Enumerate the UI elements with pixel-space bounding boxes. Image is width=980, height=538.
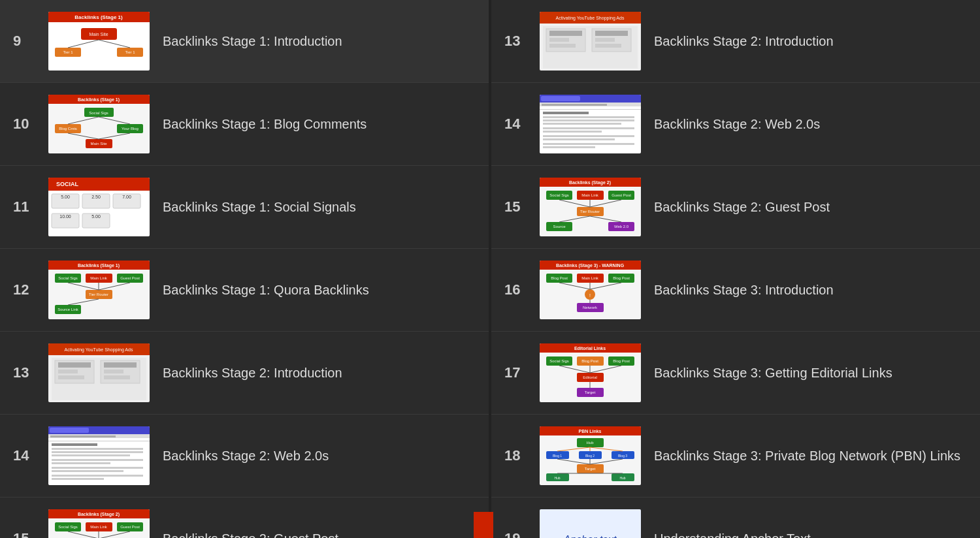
item-title: Backlinks Stage 1: Quora Backlinks xyxy=(163,281,369,299)
item-thumbnail xyxy=(540,95,641,153)
svg-rect-127 xyxy=(543,131,602,133)
svg-rect-110 xyxy=(549,38,569,42)
item-thumbnail xyxy=(48,426,150,485)
item-title: Backlinks Stage 3: Private Blog Network … xyxy=(654,447,960,465)
item-number: 14 xyxy=(504,116,531,133)
svg-rect-73 xyxy=(48,441,150,441)
item-title: Backlinks Stage 2: Guest Post xyxy=(163,530,338,538)
svg-text:Guest Post: Guest Post xyxy=(120,276,140,280)
svg-text:5.00: 5.00 xyxy=(91,214,101,219)
svg-text:Source Link: Source Link xyxy=(57,308,79,311)
svg-rect-113 xyxy=(595,31,628,36)
left-panel[interactable]: 9 Backlinks (Stage 1) Main Site Tier 1 T… xyxy=(0,0,489,538)
svg-text:Blog Post: Blog Post xyxy=(613,276,630,280)
item-thumbnail: Backlinks (Stage 1) Social Sigs Blog Cmt… xyxy=(48,95,150,153)
list-item[interactable]: 12 Backlinks (Stage 1) Social Sigs Main … xyxy=(0,249,489,332)
list-item[interactable]: 13 Activating YouTube Shopping Ads Backl… xyxy=(491,0,980,83)
svg-text:Guest Post: Guest Post xyxy=(612,193,631,197)
svg-text:Main Site: Main Site xyxy=(90,142,107,146)
svg-rect-126 xyxy=(543,127,634,129)
item-number: 15 xyxy=(13,530,39,538)
item-number: 12 xyxy=(13,281,39,298)
svg-text:Main Site: Main Site xyxy=(89,32,108,37)
svg-text:Backlinks (Stage 1): Backlinks (Stage 1) xyxy=(78,97,120,103)
svg-text:Backlinks (Stage 1): Backlinks (Stage 1) xyxy=(78,263,120,268)
item-number: 15 xyxy=(504,198,531,215)
item-thumbnail: Activating YouTube Shopping Ads xyxy=(540,12,641,71)
item-number: 13 xyxy=(13,364,39,381)
svg-text:Social Sigs: Social Sigs xyxy=(58,276,78,280)
svg-text:Backlinks (Stage 3) - WARNING: Backlinks (Stage 3) - WARNING xyxy=(556,263,625,268)
svg-text:Target: Target xyxy=(585,390,596,394)
item-number: 9 xyxy=(13,33,39,50)
list-item[interactable]: 15 Backlinks (Stage 2) Social Sigs Main … xyxy=(491,166,980,249)
svg-text:Network: Network xyxy=(583,306,598,309)
item-thumbnail: PBN Links Hub Blog 1 Blog 2 Blog 3 Targe… xyxy=(540,426,641,485)
svg-text:2.50: 2.50 xyxy=(91,195,101,199)
svg-text:Tier 1: Tier 1 xyxy=(125,50,135,54)
svg-rect-82 xyxy=(52,475,143,477)
item-thumbnail: SOCIAL 5.00 2.50 7.00 10.00 5.00 xyxy=(48,178,150,236)
svg-text:!: ! xyxy=(589,293,591,298)
list-item[interactable]: 13 Activating YouTube Shopping Ads Backl… xyxy=(0,332,489,415)
svg-rect-80 xyxy=(52,467,143,469)
svg-text:Tier Router: Tier Router xyxy=(580,210,600,214)
svg-text:Social Sigs: Social Sigs xyxy=(58,525,78,529)
item-number: 16 xyxy=(504,281,531,298)
item-title: Backlinks Stage 1: Introduction xyxy=(163,32,342,50)
svg-text:7.00: 7.00 xyxy=(122,195,131,199)
svg-rect-115 xyxy=(595,44,621,48)
item-title: Backlinks Stage 1: Blog Comments xyxy=(163,115,367,133)
item-title: Backlinks Stage 3: Getting Editorial Lin… xyxy=(654,364,892,382)
svg-text:Main Link: Main Link xyxy=(581,276,599,280)
svg-text:Blog Post: Blog Post xyxy=(613,359,630,363)
item-thumbnail: Activating YouTube Shopping Ads xyxy=(48,343,150,402)
list-item[interactable]: 17 Editorial Links Social Sigs Blog Post… xyxy=(491,332,980,415)
svg-rect-76 xyxy=(52,451,143,453)
item-title: Backlinks Stage 1: Social Signals xyxy=(163,198,356,216)
list-item[interactable]: 14 Backlinks Stage 2: Web 2.0s xyxy=(0,415,489,498)
svg-text:Main Link: Main Link xyxy=(90,276,108,280)
svg-rect-67 xyxy=(104,375,130,379)
item-title: Backlinks Stage 2: Introduction xyxy=(163,364,342,382)
svg-text:SOCIAL: SOCIAL xyxy=(56,181,79,187)
item-thumbnail: Anchor text xyxy=(540,509,641,538)
svg-text:Anchor text: Anchor text xyxy=(563,534,617,538)
right-panel[interactable]: 13 Activating YouTube Shopping Ads Backl… xyxy=(491,0,980,538)
svg-rect-61 xyxy=(58,362,91,368)
svg-rect-70 xyxy=(50,428,89,433)
svg-text:Editorial Links: Editorial Links xyxy=(574,346,606,351)
list-item[interactable]: 9 Backlinks (Stage 1) Main Site Tier 1 T… xyxy=(0,0,489,83)
svg-text:Main Link: Main Link xyxy=(581,193,599,197)
svg-rect-62 xyxy=(58,370,78,373)
item-number: 13 xyxy=(504,33,531,50)
svg-rect-81 xyxy=(52,470,123,472)
svg-text:Backlinks (Stage 2): Backlinks (Stage 2) xyxy=(569,180,611,185)
svg-text:Tier Router: Tier Router xyxy=(89,293,108,296)
list-item[interactable]: 16 Backlinks (Stage 3) - WARNING Blog Po… xyxy=(491,249,980,332)
item-thumbnail: Backlinks (Stage 2) Social Sigs Main Lin… xyxy=(540,178,641,236)
list-item[interactable]: 15 Backlinks (Stage 2) Social Sigs Main … xyxy=(0,498,489,538)
svg-rect-128 xyxy=(543,135,634,137)
list-item[interactable]: 14 Backlinks Stage 2: Web 2.0s xyxy=(491,83,980,166)
svg-rect-79 xyxy=(52,462,110,464)
list-item[interactable]: 10 Backlinks (Stage 1) Social Sigs Blog … xyxy=(0,83,489,166)
svg-rect-123 xyxy=(543,116,634,118)
svg-rect-129 xyxy=(543,138,615,140)
list-item[interactable]: 19 Anchor text Understanding Anchor Text xyxy=(491,498,980,538)
item-number: 19 xyxy=(504,530,531,538)
item-title: Understanding Anchor Text xyxy=(654,530,811,538)
svg-text:Guest Post: Guest Post xyxy=(120,525,140,529)
svg-text:Blog Post: Blog Post xyxy=(581,359,598,363)
svg-rect-111 xyxy=(549,44,576,48)
svg-text:Blog Cmts: Blog Cmts xyxy=(59,127,77,131)
svg-text:Tier 1: Tier 1 xyxy=(63,50,73,54)
list-item[interactable]: 18 PBN Links Hub Blog 1 Blog 2 Blog 3 Ta… xyxy=(491,415,980,498)
list-item[interactable]: 11 SOCIAL 5.00 2.50 7.00 10.00 5.00 Back… xyxy=(0,166,489,249)
svg-text:PBN Links: PBN Links xyxy=(578,429,601,434)
svg-text:Target: Target xyxy=(585,467,596,471)
svg-rect-66 xyxy=(104,370,123,373)
svg-text:Social Sigs: Social Sigs xyxy=(549,359,569,363)
red-accent-bar xyxy=(474,512,493,538)
svg-text:Main Link: Main Link xyxy=(90,525,108,529)
